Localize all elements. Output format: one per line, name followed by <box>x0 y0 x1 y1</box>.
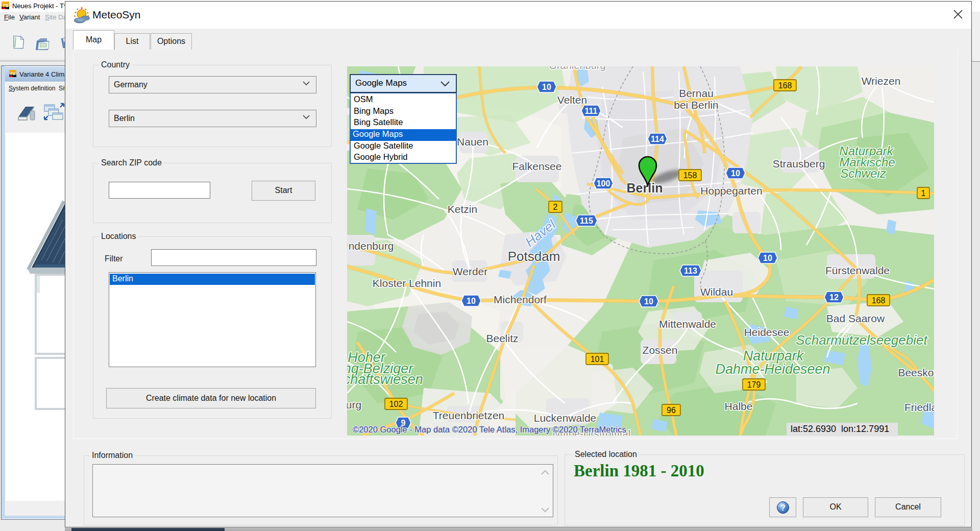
svg-text:1: 1 <box>921 189 926 198</box>
svg-text:10: 10 <box>467 297 476 305</box>
svg-text:179: 179 <box>747 380 761 389</box>
svg-text:Bernau: Bernau <box>679 87 714 99</box>
svg-text:TS: TS <box>3 3 9 8</box>
svg-text:Zossen: Zossen <box>643 344 678 356</box>
svg-text:Mittenwalde: Mittenwalde <box>659 318 716 330</box>
svg-text:Wriezen: Wriezen <box>862 75 901 87</box>
svg-text:ndenburg: ndenburg <box>349 240 394 252</box>
svg-text:Strausberg: Strausberg <box>773 158 825 170</box>
svg-text:Kloster Lehnin: Kloster Lehnin <box>373 277 441 289</box>
svg-text:10: 10 <box>542 83 551 91</box>
svg-text:Falkensee: Falkensee <box>512 160 562 172</box>
svg-text:Luckenwalde: Luckenwalde <box>534 412 597 424</box>
svg-text:Dahme-Heideseen: Dahme-Heideseen <box>715 361 830 377</box>
svg-text:Bad Saarow: Bad Saarow <box>826 312 885 324</box>
svg-text:111: 111 <box>585 107 598 115</box>
svg-text:115: 115 <box>580 216 593 225</box>
svg-text:Scharmützelseegebiet: Scharmützelseegebiet <box>796 332 928 348</box>
svg-text:Heidesee: Heidesee <box>744 326 790 338</box>
svg-text:10: 10 <box>763 254 772 262</box>
svg-text:Berlin: Berlin <box>627 181 663 195</box>
svg-text:Treuenbrietzen: Treuenbrietzen <box>433 409 504 421</box>
svg-text:Fürstenwalde: Fürstenwalde <box>825 264 890 276</box>
svg-text:Potsdam: Potsdam <box>508 249 560 264</box>
svg-text:TS: TS <box>10 71 16 76</box>
svg-text:bei Berlin: bei Berlin <box>674 99 719 111</box>
svg-text:Ketzin: Ketzin <box>448 203 477 215</box>
svg-text:10: 10 <box>731 169 740 178</box>
svg-text:©2020 Google - Map data ©2020: ©2020 Google - Map data ©2020 Tele Atlas… <box>353 425 626 434</box>
svg-text:113: 113 <box>684 267 697 275</box>
svg-text:168: 168 <box>778 81 792 90</box>
svg-text:urg: urg <box>347 399 361 411</box>
svg-text:101: 101 <box>591 355 604 364</box>
svg-text:102: 102 <box>389 400 403 408</box>
svg-text:96: 96 <box>667 406 676 415</box>
svg-text:Schweiz: Schweiz <box>840 166 886 180</box>
svg-text:158: 158 <box>683 171 697 180</box>
svg-text:Hoppegarten: Hoppegarten <box>700 185 762 197</box>
svg-text:Beelitz: Beelitz <box>486 332 518 344</box>
svg-text:100: 100 <box>597 179 610 188</box>
svg-text:Michendorf: Michendorf <box>494 294 547 305</box>
svg-text:Velten: Velten <box>557 94 587 106</box>
svg-text:114: 114 <box>651 135 664 143</box>
svg-text:?: ? <box>780 503 786 512</box>
svg-text:Beeskow: Beeskow <box>898 367 934 378</box>
svg-text:Wildau: Wildau <box>700 286 733 298</box>
svg-text:Oranienburg: Oranienburg <box>549 66 605 71</box>
svg-text:10: 10 <box>644 297 653 306</box>
svg-text:Friedla: Friedla <box>904 401 934 413</box>
svg-text:Halbe: Halbe <box>725 400 753 412</box>
svg-text:12: 12 <box>829 293 839 302</box>
svg-text:Werder: Werder <box>453 266 487 277</box>
svg-text:Nauen: Nauen <box>457 136 488 148</box>
svg-text:168: 168 <box>872 296 886 305</box>
svg-text:schaftswiesen: schaftswiesen <box>347 372 423 387</box>
svg-text:2: 2 <box>553 203 558 211</box>
